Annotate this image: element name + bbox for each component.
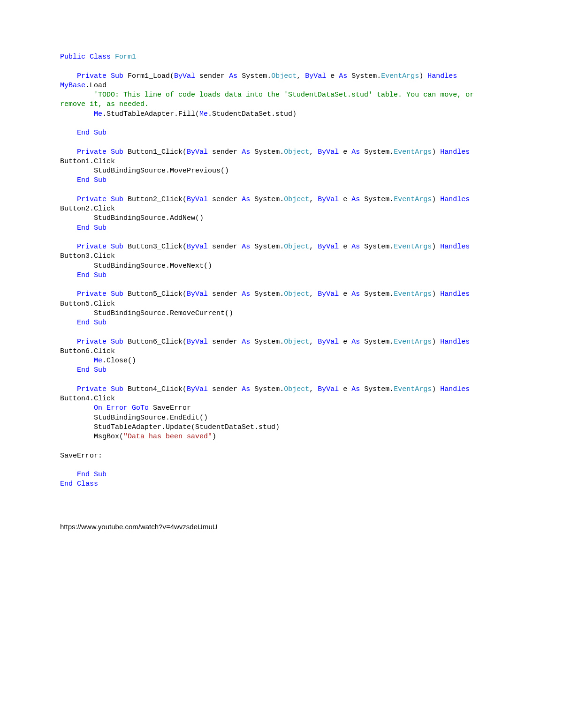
param-e: e [339, 290, 351, 298]
body-btn1: StudBindingSource.MovePrevious() [94, 167, 229, 175]
method-name-form-load: Form1_Load( [123, 72, 174, 80]
msgbox-suffix: ) [212, 433, 216, 441]
keyword-end: End [77, 366, 90, 374]
type-object: Object [284, 243, 309, 251]
type-object: Object [284, 195, 309, 203]
keyword-me: Me [199, 110, 208, 118]
keyword-sub: Sub [111, 72, 123, 80]
param-sender: sender [195, 72, 229, 80]
keyword-byval: ByVal [318, 290, 339, 298]
body-btn2: StudBindingSource.AddNew() [94, 214, 204, 222]
keyword-as: As [242, 290, 250, 298]
param-sender: sender [208, 338, 242, 346]
paren-close: ) [432, 195, 436, 203]
keyword-handles: Handles [440, 148, 470, 156]
keyword-as: As [351, 338, 360, 346]
end-sub: Sub [90, 366, 107, 374]
system-prefix: System. [250, 385, 284, 393]
keyword-handles: Handles [440, 338, 470, 346]
body-btn6: .Close() [102, 357, 136, 365]
footer-url: https://www.youtube.com/watch?v=4wvzsdeU… [60, 522, 503, 532]
system-prefix: System. [250, 148, 284, 156]
system-prefix: System. [360, 290, 394, 298]
keyword-as: As [242, 243, 250, 251]
keyword-as: As [351, 385, 360, 393]
goto-label: SaveError [149, 404, 191, 412]
type-eventargs: EventArgs [394, 148, 432, 156]
keyword-handles: Handles [440, 385, 470, 393]
param-sender: sender [208, 195, 242, 203]
keyword-handles: Handles [440, 290, 470, 298]
comma: , [297, 72, 305, 80]
method-name-btn2: Button2_Click( [123, 195, 187, 203]
type-object: Object [284, 290, 309, 298]
keyword-class: Class [90, 53, 111, 61]
type-object: Object [284, 338, 309, 346]
param-e: e [326, 72, 339, 80]
method-name-btn1: Button1_Click( [123, 148, 187, 156]
system-prefix: System. [347, 72, 381, 80]
keyword-as: As [242, 195, 250, 203]
type-object: Object [271, 72, 297, 80]
keyword-as: As [351, 148, 360, 156]
system-prefix: System. [250, 338, 284, 346]
code-block: Public Class Form1 Private Sub Form1_Loa… [60, 53, 503, 489]
method-name-btn3: Button3_Click( [123, 243, 187, 251]
keyword-private: Private [77, 72, 107, 80]
type-eventargs: EventArgs [381, 72, 419, 80]
comma: , [309, 148, 318, 156]
keyword-as: As [242, 148, 250, 156]
keyword-end: End [60, 480, 73, 488]
system-prefix: System. [250, 290, 284, 298]
keyword-handles: Handles [440, 243, 470, 251]
body-btn3: StudBindingSource.MoveNext() [94, 262, 212, 270]
keyword-byval: ByVal [187, 243, 208, 251]
type-object: Object [284, 148, 309, 156]
keyword-handles: Handles [440, 195, 470, 203]
method-name-btn4: Button4_Click( [123, 385, 187, 393]
end-sub: Sub [90, 471, 107, 479]
type-eventargs: EventArgs [394, 290, 432, 298]
fill-arg: .StudentDataSet.stud) [208, 110, 297, 118]
system-prefix: System. [360, 195, 394, 203]
keyword-as: As [339, 72, 347, 80]
keyword-public: Public [60, 53, 85, 61]
keyword-private: Private [77, 148, 107, 156]
body-btn4-line3: StudTableAdapter.Update(StudentDataSet.s… [94, 423, 280, 431]
param-e: e [339, 243, 351, 251]
end-sub: Sub [90, 129, 107, 137]
keyword-byval: ByVal [187, 385, 208, 393]
keyword-byval: ByVal [318, 243, 339, 251]
keyword-handles: Handles [427, 72, 457, 80]
type-eventargs: EventArgs [394, 338, 432, 346]
paren-close: ) [432, 338, 436, 346]
keyword-mybase: MyBase [60, 82, 85, 90]
keyword-sub: Sub [111, 338, 123, 346]
keyword-byval: ByVal [318, 148, 339, 156]
type-eventargs: EventArgs [394, 195, 432, 203]
type-eventargs: EventArgs [394, 385, 432, 393]
system-prefix: System. [360, 385, 394, 393]
comma: , [309, 195, 318, 203]
system-prefix: System. [250, 195, 284, 203]
keyword-as: As [242, 385, 250, 393]
type-eventargs: EventArgs [394, 243, 432, 251]
paren-close: ) [432, 290, 436, 298]
param-sender: sender [208, 290, 242, 298]
type-object: Object [284, 385, 309, 393]
keyword-private: Private [77, 195, 107, 203]
fill-call: .StudTableAdapter.Fill( [102, 110, 199, 118]
keyword-private: Private [77, 243, 107, 251]
end-sub: Sub [90, 176, 107, 184]
comma: , [309, 385, 318, 393]
msgbox-string: "Data has been saved" [123, 433, 212, 441]
keyword-byval: ByVal [318, 195, 339, 203]
param-e: e [339, 148, 351, 156]
keyword-goto: GoTo [132, 404, 149, 412]
keyword-sub: Sub [111, 195, 123, 203]
keyword-as: As [242, 338, 250, 346]
system-prefix: System. [237, 72, 271, 80]
paren-close: ) [432, 385, 436, 393]
keyword-sub: Sub [111, 148, 123, 156]
keyword-end: End [77, 471, 90, 479]
